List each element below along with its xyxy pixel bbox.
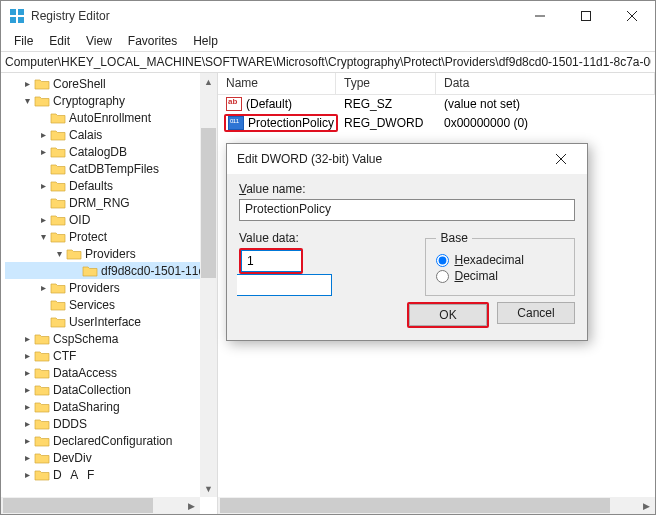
value-name-field[interactable]: ProtectionPolicy — [239, 199, 575, 221]
value-name: (Default) — [246, 97, 292, 111]
hexadecimal-radio[interactable] — [436, 254, 449, 267]
tree-item[interactable]: ▸DDDS — [5, 415, 217, 432]
address-bar — [1, 51, 655, 73]
expand-toggle-icon[interactable]: ▸ — [21, 367, 33, 378]
scroll-right-icon[interactable]: ▶ — [638, 497, 655, 514]
tree-item[interactable]: ▸CatalogDB — [5, 143, 217, 160]
value-data-input-right[interactable] — [237, 274, 332, 296]
dword-value-icon — [228, 116, 244, 130]
list-row[interactable]: (Default) REG_SZ (value not set) — [218, 95, 655, 113]
menu-favorites[interactable]: Favorites — [121, 32, 184, 50]
tree-item-label: DevDiv — [53, 451, 92, 465]
menu-bar: File Edit View Favorites Help — [1, 31, 655, 51]
tree-item[interactable]: ▸Providers — [5, 279, 217, 296]
scrollbar-thumb[interactable] — [3, 498, 153, 513]
expand-toggle-icon[interactable]: ▸ — [21, 452, 33, 463]
tree-item[interactable]: AutoEnrollment — [5, 109, 217, 126]
value-type: REG_SZ — [336, 97, 436, 111]
decimal-label[interactable]: Decimal — [454, 269, 497, 283]
tree-item-label: CTF — [53, 349, 76, 363]
menu-view[interactable]: View — [79, 32, 119, 50]
folder-icon — [50, 281, 66, 295]
scroll-up-icon[interactable]: ▲ — [200, 73, 217, 90]
tree-item[interactable]: ▸Calais — [5, 126, 217, 143]
folder-icon — [34, 468, 50, 482]
tree-item[interactable]: ▸CoreShell — [5, 75, 217, 92]
scroll-right-icon[interactable]: ▶ — [183, 497, 200, 514]
menu-file[interactable]: File — [7, 32, 40, 50]
scroll-down-icon[interactable]: ▼ — [200, 480, 217, 497]
tree-view[interactable]: ▸CoreShell▾CryptographyAutoEnrollment▸Ca… — [1, 73, 218, 514]
cancel-button[interactable]: Cancel — [497, 302, 575, 324]
expand-toggle-icon[interactable]: ▸ — [37, 146, 49, 157]
tree-item-label: DataCollection — [53, 383, 131, 397]
expand-toggle-icon[interactable]: ▸ — [21, 418, 33, 429]
dialog-close-button[interactable] — [545, 145, 577, 173]
close-button[interactable] — [609, 1, 655, 31]
tree-item[interactable]: ▸DataAccess — [5, 364, 217, 381]
tree-item[interactable]: ▾Protect — [5, 228, 217, 245]
hexadecimal-label[interactable]: Hexadecimal — [454, 253, 523, 267]
tree-item[interactable]: ▸DataSharing — [5, 398, 217, 415]
title-bar: Registry Editor — [1, 1, 655, 31]
folder-icon — [50, 213, 66, 227]
expand-toggle-icon[interactable]: ▸ — [21, 435, 33, 446]
tree-item[interactable]: ▾Cryptography — [5, 92, 217, 109]
tree-item[interactable]: df9d8cd0-1501-11d1- — [5, 262, 217, 279]
expand-toggle-icon[interactable]: ▾ — [53, 248, 65, 259]
menu-edit[interactable]: Edit — [42, 32, 77, 50]
minimize-button[interactable] — [517, 1, 563, 31]
maximize-button[interactable] — [563, 1, 609, 31]
scrollbar-thumb[interactable] — [220, 498, 610, 513]
value-name-label: VValue name:alue name: — [239, 182, 575, 196]
tree-item[interactable]: CatDBTempFiles — [5, 160, 217, 177]
window-title: Registry Editor — [31, 9, 517, 23]
folder-icon — [66, 247, 82, 261]
svg-rect-3 — [18, 17, 24, 23]
menu-help[interactable]: Help — [186, 32, 225, 50]
expand-toggle-icon[interactable]: ▸ — [37, 180, 49, 191]
expand-toggle-icon[interactable]: ▾ — [21, 95, 33, 106]
tree-item[interactable]: Services — [5, 296, 217, 313]
string-value-icon — [226, 97, 242, 111]
tree-item[interactable]: ▸CspSchema — [5, 330, 217, 347]
column-data[interactable]: Data — [436, 73, 655, 94]
expand-toggle-icon[interactable]: ▸ — [21, 401, 33, 412]
tree-item[interactable]: ▸CTF — [5, 347, 217, 364]
expand-toggle-icon[interactable]: ▸ — [21, 333, 33, 344]
address-input[interactable] — [5, 55, 651, 69]
expand-toggle-icon[interactable]: ▸ — [21, 384, 33, 395]
tree-item[interactable]: ▸DevDiv — [5, 449, 217, 466]
tree-item[interactable]: ▸Defaults — [5, 177, 217, 194]
value-data-input[interactable] — [241, 250, 301, 272]
expand-toggle-icon[interactable]: ▸ — [37, 129, 49, 140]
list-horizontal-scrollbar[interactable]: ◀ ▶ — [218, 497, 655, 514]
tree-item[interactable]: ▸DataCollection — [5, 381, 217, 398]
tree-horizontal-scrollbar[interactable]: ◀ ▶ — [1, 497, 200, 514]
tree-item-label: DataSharing — [53, 400, 120, 414]
tree-item[interactable]: ▸D A F — [5, 466, 217, 483]
column-name[interactable]: Name — [218, 73, 336, 94]
expand-toggle-icon[interactable]: ▸ — [21, 350, 33, 361]
folder-icon — [50, 128, 66, 142]
tree-item[interactable]: ▸DeclaredConfiguration — [5, 432, 217, 449]
column-type[interactable]: Type — [336, 73, 436, 94]
ok-button[interactable]: OK — [409, 304, 487, 326]
expand-toggle-icon[interactable]: ▸ — [37, 282, 49, 293]
tree-item-label: DataAccess — [53, 366, 117, 380]
tree-item[interactable]: DRM_RNG — [5, 194, 217, 211]
list-row[interactable]: ProtectionPolicy REG_DWORD 0x00000000 (0… — [218, 114, 655, 132]
folder-icon — [34, 383, 50, 397]
expand-toggle-icon[interactable]: ▾ — [37, 231, 49, 242]
tree-vertical-scrollbar[interactable]: ▲ ▼ — [200, 73, 217, 497]
edit-dword-dialog: Edit DWORD (32-bit) Value VValue name:al… — [226, 143, 588, 341]
list-header: Name Type Data — [218, 73, 655, 95]
scrollbar-thumb[interactable] — [201, 128, 216, 278]
expand-toggle-icon[interactable]: ▸ — [37, 214, 49, 225]
tree-item[interactable]: ▸OID — [5, 211, 217, 228]
dialog-title-bar[interactable]: Edit DWORD (32-bit) Value — [227, 144, 587, 174]
tree-item[interactable]: ▾Providers — [5, 245, 217, 262]
expand-toggle-icon[interactable]: ▸ — [21, 78, 33, 89]
decimal-radio[interactable] — [436, 270, 449, 283]
tree-item[interactable]: UserInterface — [5, 313, 217, 330]
